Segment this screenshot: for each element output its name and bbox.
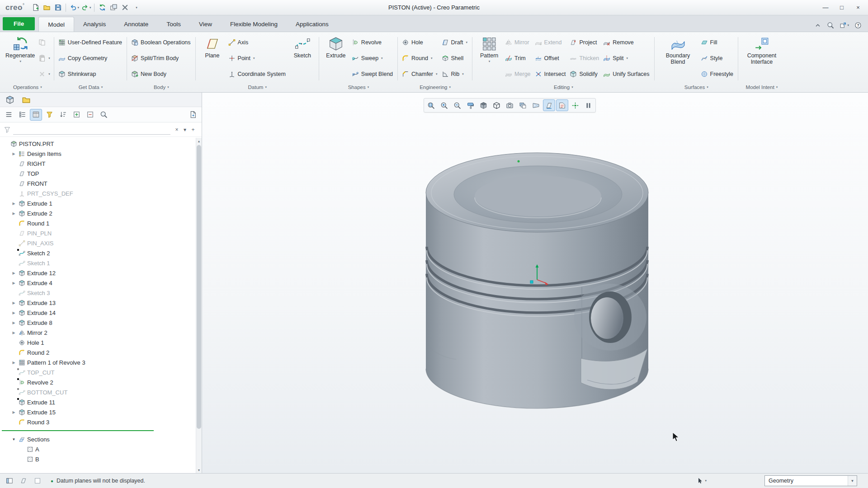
expander-icon[interactable]: ▶ xyxy=(11,281,17,285)
boundary-blend-button[interactable]: Boundary Blend xyxy=(657,34,699,82)
expander-icon[interactable]: ▶ xyxy=(11,321,17,325)
fill-button[interactable]: Fill xyxy=(699,36,736,48)
tree-item-pattern-1-of-revolve-3[interactable]: ▶Pattern 1 of Revolve 3 xyxy=(1,357,195,367)
regenerate-quick-icon[interactable] xyxy=(97,2,108,13)
tree-item-top[interactable]: TOP xyxy=(1,169,195,178)
group-label-surfaces[interactable]: Surfaces▾ xyxy=(655,82,738,92)
scroll-track[interactable] xyxy=(196,144,202,467)
scroll-thumb[interactable] xyxy=(197,145,201,429)
extrude-button[interactable]: Extrude xyxy=(322,34,350,82)
tab-model[interactable]: Model xyxy=(38,17,74,32)
draft-button[interactable]: Draft▾ xyxy=(440,36,470,48)
tab-applications[interactable]: Applications xyxy=(287,17,338,32)
freestyle-button[interactable]: Freestyle xyxy=(699,68,736,80)
tree-item-extrude-12[interactable]: ▶Extrude 12 xyxy=(1,268,195,278)
tree-item-right[interactable]: RIGHT xyxy=(1,159,195,169)
tab-tools[interactable]: Tools xyxy=(157,17,190,32)
expander-icon[interactable]: ▶ xyxy=(11,331,17,335)
unify-surfaces-button[interactable]: Unify Surfaces xyxy=(602,68,651,80)
tree-columns-button[interactable] xyxy=(30,109,42,121)
tree-item-a[interactable]: A xyxy=(1,444,195,454)
tree-item-b[interactable]: B xyxy=(1,454,195,464)
expander-icon[interactable]: ▶ xyxy=(11,211,17,216)
save-icon[interactable] xyxy=(52,2,63,13)
split-button[interactable]: Split▾ xyxy=(602,52,651,64)
group-label-body[interactable]: Body▾ xyxy=(127,82,195,92)
window-switch-icon[interactable] xyxy=(108,2,119,13)
boolean-operations-button[interactable]: Boolean Operations xyxy=(130,36,193,48)
selection-filter-combo[interactable]: Geometry ▼ xyxy=(764,475,857,486)
saved-orientations-button[interactable] xyxy=(504,99,516,111)
tree-item-extrude-13[interactable]: ▶Extrude 13 xyxy=(1,298,195,308)
scroll-up-icon[interactable]: ▲ xyxy=(196,138,202,144)
filter-options-button[interactable]: ▾ xyxy=(181,125,189,134)
scroll-down-icon[interactable]: ▼ xyxy=(196,467,202,473)
tree-item-extrude-4[interactable]: ▶Extrude 4 xyxy=(1,278,195,288)
tree-expand-button[interactable] xyxy=(71,109,83,121)
folder-browser-tab-icon[interactable] xyxy=(22,95,31,104)
tree-item-hole-1[interactable]: Hole 1 xyxy=(1,338,195,347)
expander-icon[interactable]: ▶ xyxy=(11,311,17,315)
tree-item-piston-prt[interactable]: PISTON.PRT xyxy=(1,139,195,149)
copy-geometry-button[interactable]: Copy Geometry xyxy=(57,52,124,64)
group-label-get-data[interactable]: Get Data▾ xyxy=(55,82,127,92)
repaint-button[interactable] xyxy=(464,99,476,111)
component-interface-button[interactable]: Component Interface xyxy=(741,34,783,82)
tab-flexible-modeling[interactable]: Flexible Modeling xyxy=(221,17,287,32)
tree-item-sketch-1[interactable]: Sketch 1 xyxy=(1,258,195,268)
shrinkwrap-button[interactable]: Shrinkwrap xyxy=(57,68,124,80)
sketch-button[interactable]: Sketch xyxy=(288,34,316,82)
collapse-ribbon-icon[interactable] xyxy=(814,22,821,29)
round-button[interactable]: Round▾ xyxy=(401,52,439,64)
pattern-button[interactable]: Pattern▾ xyxy=(475,34,503,82)
user-defined-feature-button[interactable]: User-Defined Feature xyxy=(57,36,124,48)
view-manager-button[interactable] xyxy=(517,99,529,111)
coordinate-system-button[interactable]: Coordinate System xyxy=(227,68,288,80)
close-window-icon[interactable] xyxy=(119,2,130,13)
tree-item-sections[interactable]: ▼Sections xyxy=(1,434,195,444)
solidify-button[interactable]: Solidify xyxy=(568,68,601,80)
tree-item-extrude-2[interactable]: ▶Extrude 2 xyxy=(1,208,195,218)
clear-filter-button[interactable]: × xyxy=(173,125,181,134)
regenerate-button[interactable]: Regenerate▾ xyxy=(4,34,37,82)
tree-item-extrude-8[interactable]: ▶Extrude 8 xyxy=(1,318,195,328)
intersect-button[interactable]: Intersect xyxy=(533,68,568,80)
undo-icon[interactable]: ▾ xyxy=(68,2,80,13)
shading-button[interactable] xyxy=(477,99,490,111)
tree-item-extrude-14[interactable]: ▶Extrude 14 xyxy=(1,308,195,318)
datum-display-button[interactable] xyxy=(543,99,555,111)
hole-button[interactable]: Hole xyxy=(401,36,439,48)
axis-button[interactable]: Axis xyxy=(227,36,288,48)
plane-button[interactable]: Plane xyxy=(198,34,226,82)
project-button[interactable]: Project xyxy=(568,36,601,48)
group-label-engineering[interactable]: Engineering▾ xyxy=(398,82,472,92)
tab-file[interactable]: File xyxy=(3,17,35,30)
datum-display-status-button[interactable] xyxy=(18,475,29,486)
help-icon[interactable]: ? xyxy=(854,22,862,29)
tree-item-sketch-2[interactable]: Sketch 2 xyxy=(1,248,195,258)
maximize-button[interactable]: □ xyxy=(834,2,850,14)
remove-button[interactable]: Remove xyxy=(602,36,651,48)
offset-button[interactable]: Offset xyxy=(533,52,568,64)
tree-item-prt-csys-def[interactable]: PRT_CSYS_DEF xyxy=(1,188,195,198)
tree-item-front[interactable]: FRONT xyxy=(1,178,195,188)
close-button[interactable]: × xyxy=(850,2,866,14)
spin-center-button[interactable] xyxy=(569,99,581,111)
tree-item-round-3[interactable]: Round 3 xyxy=(1,417,195,427)
tree-collapse-button[interactable] xyxy=(84,109,96,121)
expander-icon[interactable]: ▶ xyxy=(11,301,17,305)
refit-button[interactable] xyxy=(425,99,437,111)
tree-search-button[interactable] xyxy=(98,109,110,121)
graphics-area[interactable] xyxy=(202,93,868,473)
point-button[interactable]: Point▾ xyxy=(227,52,288,64)
style-button[interactable]: Style xyxy=(699,52,736,64)
tree-filter-button[interactable] xyxy=(43,109,56,121)
annotation-status-button[interactable] xyxy=(32,475,43,486)
tree-item-pin-axis[interactable]: PIN_AXIS xyxy=(1,238,195,248)
tab-view[interactable]: View xyxy=(190,17,221,32)
split-trim-body-button[interactable]: Split/Trim Body xyxy=(130,52,193,64)
selection-filter-icon[interactable]: ▾ xyxy=(696,477,707,484)
swept-blend-button[interactable]: Swept Blend xyxy=(350,68,395,80)
resources-icon[interactable]: ▾ xyxy=(840,22,849,29)
annotation-display-button[interactable] xyxy=(556,99,568,111)
